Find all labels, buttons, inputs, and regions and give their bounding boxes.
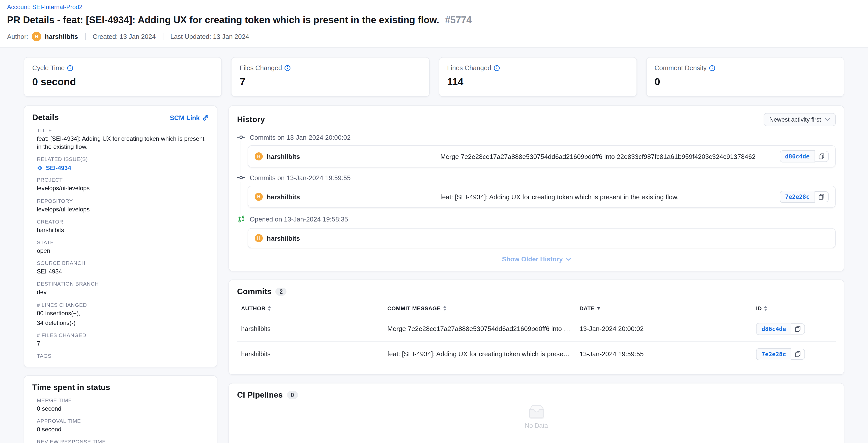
field-title: TITLE feat: [SEI-4934]: Adding UX for cr… xyxy=(37,127,209,151)
info-icon[interactable] xyxy=(494,65,500,71)
commit-table-row: harshilbits feat: [SEI-4934]: Adding UX … xyxy=(237,341,836,366)
avatar: H xyxy=(255,152,263,160)
commit-author: harshilbits xyxy=(267,193,300,201)
column-header-commit-message[interactable]: COMMIT MESSAGE xyxy=(388,305,580,311)
field-value: harshilbits xyxy=(37,226,209,234)
cell-id: 7e2e28c xyxy=(756,348,836,360)
field-value: feat: [SEI-4934]: Adding UX for creating… xyxy=(37,135,209,151)
ci-pipelines-count-badge: 0 xyxy=(287,391,298,399)
commit-table-row: harshilbits Merge 7e2e28ce17a27a888e5307… xyxy=(237,316,836,341)
empty-state: No Data xyxy=(237,404,836,430)
field-value: dev xyxy=(37,288,209,296)
sort-icon xyxy=(268,306,271,311)
copy-button[interactable] xyxy=(814,151,829,162)
field-state: STATE open xyxy=(37,239,209,255)
field-value: SEI-4934 xyxy=(37,267,209,275)
field-value: 34 deletions(-) xyxy=(37,319,209,327)
history-sort-dropdown[interactable]: Newest activity first xyxy=(764,113,836,126)
avatar: H xyxy=(255,234,263,242)
time-spent-heading: Time spent in status xyxy=(32,383,209,392)
field-value: levelops/ui-levelops xyxy=(37,205,209,213)
field-label: CREATOR xyxy=(37,218,209,225)
metric-card-comment-density: Comment Density 0 xyxy=(646,57,844,97)
cell-date: 13-Jan-2024 20:00:02 xyxy=(580,325,756,332)
field-value: 7 xyxy=(37,339,209,348)
pr-details-page: Account: SEI-Internal-Prod2 PR Details -… xyxy=(0,0,868,443)
author-label: Author: xyxy=(7,33,28,40)
field-label: DESTINATION BRANCH xyxy=(37,281,209,287)
ci-pipelines-heading: CI Pipelines xyxy=(237,390,283,400)
info-icon[interactable] xyxy=(67,65,73,71)
field-value: 0 second xyxy=(37,405,209,413)
copy-button[interactable] xyxy=(814,191,829,202)
commits-heading: Commits xyxy=(237,287,272,296)
related-issue-link[interactable]: SEI-4934 xyxy=(37,165,209,172)
metric-card-cycle-time: Cycle Time 0 second xyxy=(24,57,222,97)
field-label: MERGE TIME xyxy=(37,397,209,403)
pull-request-opened-icon xyxy=(237,214,245,224)
column-header-author[interactable]: AUTHOR xyxy=(241,305,388,311)
field-approval-time: APPROVAL TIME 0 second xyxy=(37,418,209,434)
info-icon[interactable] xyxy=(284,65,290,71)
column-label: AUTHOR xyxy=(241,305,266,311)
commit-icon xyxy=(237,174,245,182)
column-header-id[interactable]: ID xyxy=(756,305,836,311)
empty-box-icon xyxy=(525,404,548,419)
field-label: PROJECT xyxy=(37,177,209,183)
created-date: Created: 13 Jan 2024 xyxy=(93,33,156,40)
field-related-issues: RELATED ISSUE(S) SEI-4934 xyxy=(37,156,209,172)
history-heading: History xyxy=(237,115,265,124)
commit-hash-badge[interactable]: 7e2e28c xyxy=(779,191,815,203)
timeline-entry-title: Opened on 13-Jan-2024 19:58:35 xyxy=(237,214,836,224)
commit-hash-badge[interactable]: d86c4de xyxy=(756,323,792,335)
sort-icon xyxy=(443,306,446,311)
cell-author: harshilbits xyxy=(241,325,388,332)
chevron-down-icon xyxy=(825,118,830,121)
account-breadcrumb-link[interactable]: Account: SEI-Internal-Prod2 xyxy=(7,3,861,10)
chevron-down-icon xyxy=(566,258,571,261)
metric-value: 0 xyxy=(655,76,836,88)
info-icon[interactable] xyxy=(709,65,715,71)
field-value: 0 second xyxy=(37,425,209,434)
cell-date: 13-Jan-2024 19:59:55 xyxy=(580,350,756,358)
divider xyxy=(163,33,163,40)
metric-value: 7 xyxy=(240,76,421,88)
details-heading: Details xyxy=(32,113,59,122)
pr-meta-row: Author: H harshilbits Created: 13 Jan 20… xyxy=(7,32,861,41)
copy-button[interactable] xyxy=(791,323,805,334)
issue-diamond-icon xyxy=(37,165,43,171)
column-header-date[interactable]: DATE xyxy=(580,305,756,311)
field-label: APPROVAL TIME xyxy=(37,418,209,424)
field-value: 80 insertions(+), xyxy=(37,309,209,317)
commits-panel: Commits 2 AUTHOR COMMIT MESSAGE xyxy=(228,279,844,375)
metric-label: Lines Changed xyxy=(447,64,491,72)
column-label: ID xyxy=(756,305,762,311)
column-label: DATE xyxy=(580,305,595,311)
show-older-history-button[interactable]: Show Older History xyxy=(502,255,571,263)
commit-hash-badge[interactable]: 7e2e28c xyxy=(756,348,792,360)
metric-value: 0 second xyxy=(32,76,214,88)
field-tags: TAGS xyxy=(37,353,209,359)
field-source-branch: SOURCE BRANCH SEI-4934 xyxy=(37,260,209,275)
sort-desc-icon xyxy=(597,307,600,309)
timeline-entry-title: Commits on 13-Jan-2024 20:00:02 xyxy=(237,133,836,141)
commit-message: feat: [SEI-4934]: Adding UX for creating… xyxy=(440,193,779,201)
divider xyxy=(237,259,473,259)
commits-table-header: AUTHOR COMMIT MESSAGE DATE xyxy=(237,302,836,316)
scm-link[interactable]: SCM Link xyxy=(170,114,209,121)
field-label: SOURCE BRANCH xyxy=(37,260,209,266)
timeline-entry-label: Opened on 13-Jan-2024 19:58:35 xyxy=(250,215,348,223)
commit-icon xyxy=(237,133,245,141)
cell-commit-message: Merge 7e2e28ce17a27a888e530754dd6ad21609… xyxy=(388,325,580,332)
sort-icon xyxy=(764,306,767,311)
field-label: TAGS xyxy=(37,353,209,359)
cell-commit-message: feat: [SEI-4934]: Adding UX for creating… xyxy=(388,350,580,358)
page-title: PR Details - feat: [SEI-4934]: Adding UX… xyxy=(7,14,439,25)
field-destination-branch: DESTINATION BRANCH dev xyxy=(37,281,209,296)
ci-pipelines-panel: CI Pipelines 0 No Data xyxy=(228,383,844,443)
divider xyxy=(600,259,836,259)
commit-hash-badge[interactable]: d86c4de xyxy=(779,150,815,163)
field-value: open xyxy=(37,247,209,255)
copy-button[interactable] xyxy=(791,348,805,359)
sort-selected-value: Newest activity first xyxy=(769,116,821,123)
